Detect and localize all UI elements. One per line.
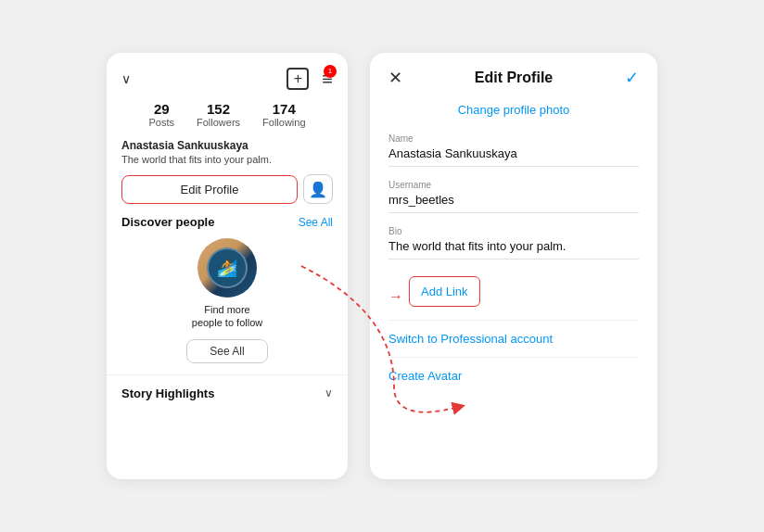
avatar: 🏄 xyxy=(197,238,257,298)
add-person-icon[interactable]: 👤 xyxy=(303,174,333,204)
avatar-inner: 🏄 xyxy=(207,247,248,288)
discover-header: Discover people See All xyxy=(121,215,333,229)
right-panel: ✕ Edit Profile ✓ Change profile photo Na… xyxy=(370,53,657,479)
username-field: Username mrs_beetles xyxy=(388,180,639,213)
discover-section: Discover people See All 🏄 Find more peop… xyxy=(107,215,348,374)
bio-value[interactable]: The world that fits into your palm. xyxy=(388,239,639,260)
menu-icon-container: ≡ 1 xyxy=(322,69,333,90)
add-icon[interactable]: + xyxy=(286,68,309,90)
edit-profile-title: Edit Profile xyxy=(475,70,553,86)
add-link-row: → Add Link xyxy=(388,272,639,320)
panel-header: ∨ + ≡ 1 xyxy=(107,68,348,101)
stats-row: 29 Posts 152 Followers 174 Following xyxy=(107,101,348,139)
posts-label: Posts xyxy=(148,117,174,128)
posts-stat: 29 Posts xyxy=(148,101,174,128)
edit-profile-row: Edit Profile 👤 xyxy=(107,174,348,215)
profile-bio: The world that fits into your palm. xyxy=(107,154,348,174)
add-link-button[interactable]: Add Link xyxy=(409,276,480,307)
username-value[interactable]: mrs_beetles xyxy=(388,193,639,213)
name-value[interactable]: Anastasia Sankuuskaya xyxy=(388,146,639,167)
create-avatar-link[interactable]: Create Avatar xyxy=(388,357,639,394)
following-stat: 174 Following xyxy=(262,101,305,128)
bio-field: Bio The world that fits into your palm. xyxy=(388,226,639,260)
change-photo-button[interactable]: Change profile photo xyxy=(388,103,639,117)
story-highlights: Story Highlights ∨ xyxy=(107,374,348,412)
followers-label: Followers xyxy=(197,117,240,128)
discover-title: Discover people xyxy=(121,215,214,229)
name-label: Name xyxy=(388,133,639,144)
story-highlights-label: Story Highlights xyxy=(121,386,214,400)
profile-name: Anastasia Sankuuskaya xyxy=(107,139,348,154)
header-icons: + ≡ 1 xyxy=(286,68,333,90)
notification-badge: 1 xyxy=(324,65,337,78)
avatar-figure-icon: 🏄 xyxy=(217,258,237,278)
see-all-button[interactable]: See All xyxy=(186,339,267,363)
story-chevron-icon[interactable]: ∨ xyxy=(325,386,333,399)
close-button[interactable]: ✕ xyxy=(388,68,402,88)
followers-stat: 152 Followers xyxy=(197,101,240,128)
following-label: Following xyxy=(262,117,305,128)
confirm-button[interactable]: ✓ xyxy=(625,68,639,88)
right-header: ✕ Edit Profile ✓ xyxy=(388,68,639,88)
name-field: Name Anastasia Sankuuskaya xyxy=(388,133,639,167)
bio-label: Bio xyxy=(388,226,639,236)
switch-professional-link[interactable]: Switch to Professional account xyxy=(388,320,639,357)
arrow-icon: → xyxy=(388,288,403,305)
chevron-down-icon[interactable]: ∨ xyxy=(121,71,131,86)
discover-person-name: Find more people to follow xyxy=(192,303,262,330)
following-count: 174 xyxy=(262,101,305,117)
see-all-link[interactable]: See All xyxy=(299,216,333,229)
discover-person: 🏄 Find more people to follow See All xyxy=(121,238,333,363)
posts-count: 29 xyxy=(148,101,174,117)
followers-count: 152 xyxy=(197,101,240,117)
left-panel: ∨ + ≡ 1 29 Posts 152 Followers 174 Follo… xyxy=(107,53,348,479)
edit-profile-button[interactable]: Edit Profile xyxy=(121,175,298,204)
username-label: Username xyxy=(388,180,639,190)
